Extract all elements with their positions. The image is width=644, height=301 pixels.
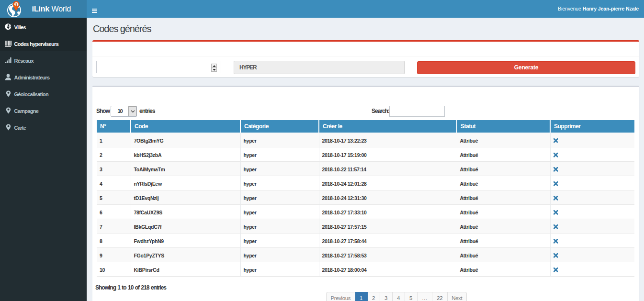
svg-text:$: $	[15, 2, 18, 7]
